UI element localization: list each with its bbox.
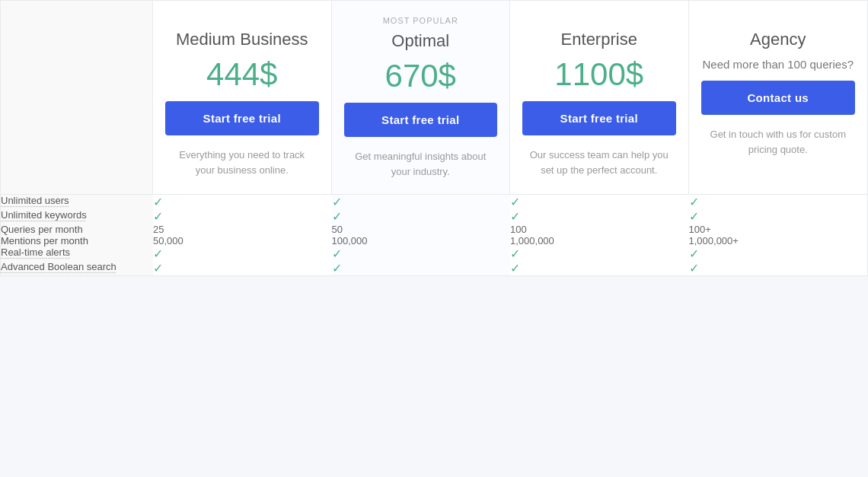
feature-value-0-0: ✓ — [153, 195, 332, 209]
plan-price-enterprise: 1100$ — [522, 59, 676, 91]
check-icon: ✓ — [510, 262, 520, 275]
plan-name-optimal: Optimal — [344, 31, 498, 51]
cta-button-enterprise[interactable]: Start free trial — [522, 101, 676, 135]
plan-price-agency: Need more than 100 queries? — [701, 59, 856, 70]
check-icon: ✓ — [153, 247, 163, 260]
check-icon: ✓ — [153, 196, 163, 208]
check-icon: ✓ — [510, 210, 520, 223]
feature-value-4-2: ✓ — [510, 246, 689, 261]
cta-button-medium-business[interactable]: Start free trial — [165, 101, 319, 135]
feature-value-1-2: ✓ — [510, 209, 689, 224]
plan-name-medium-business: Medium Business — [165, 30, 319, 49]
check-icon: ✓ — [510, 196, 520, 208]
plan-header-optimal: MOST POPULAROptimal670$Start free trialG… — [332, 1, 511, 195]
plan-desc-enterprise: Our success team can help you set up the… — [522, 148, 676, 177]
feature-value-5-3: ✓ — [689, 261, 868, 275]
feature-label-1: Unlimited keywords — [1, 209, 153, 224]
check-icon: ✓ — [153, 262, 163, 275]
cta-button-optimal[interactable]: Start free trial — [344, 103, 498, 137]
feature-value-2-3: 100+ — [689, 224, 868, 235]
most-popular-label: MOST POPULAR — [344, 16, 498, 25]
check-icon: ✓ — [689, 210, 699, 223]
feature-label-0: Unlimited users — [1, 195, 153, 209]
feature-value-4-3: ✓ — [689, 246, 868, 261]
plan-desc-agency: Get in touch with us for custom pricing … — [701, 127, 856, 157]
feature-label-3: Mentions per month — [1, 235, 153, 246]
feature-value-1-3: ✓ — [689, 209, 868, 224]
feature-value-5-1: ✓ — [332, 261, 511, 275]
check-icon: ✓ — [689, 247, 699, 260]
check-icon: ✓ — [332, 247, 342, 260]
feature-value-3-0: 50,000 — [153, 235, 332, 246]
feature-value-2-1: 50 — [332, 224, 511, 235]
check-icon: ✓ — [510, 247, 520, 260]
plan-header-enterprise: Enterprise1100$Start free trialOur succe… — [510, 1, 689, 195]
pricing-table: Medium Business444$Start free trialEvery… — [0, 0, 868, 276]
feature-value-1-0: ✓ — [153, 209, 332, 224]
header-empty — [1, 1, 153, 195]
plan-header-medium-business: Medium Business444$Start free trialEvery… — [153, 1, 332, 195]
feature-value-5-0: ✓ — [153, 261, 332, 275]
check-icon: ✓ — [153, 210, 163, 223]
feature-value-3-2: 1,000,000 — [510, 235, 689, 246]
feature-value-4-1: ✓ — [332, 246, 511, 261]
feature-value-2-0: 25 — [153, 224, 332, 235]
feature-value-2-2: 100 — [510, 224, 689, 235]
plan-name-agency: Agency — [701, 30, 856, 49]
feature-value-5-2: ✓ — [510, 261, 689, 275]
plan-header-agency: AgencyNeed more than 100 queries?Contact… — [689, 1, 868, 195]
plan-name-enterprise: Enterprise — [522, 30, 676, 49]
cta-button-agency[interactable]: Contact us — [701, 81, 856, 115]
feature-value-3-1: 100,000 — [332, 235, 511, 246]
feature-label-2: Queries per month — [1, 224, 153, 235]
check-icon: ✓ — [332, 262, 342, 275]
feature-value-0-1: ✓ — [332, 195, 511, 209]
plan-price-medium-business: 444$ — [165, 59, 319, 91]
feature-value-1-1: ✓ — [332, 209, 511, 224]
feature-value-0-3: ✓ — [689, 195, 868, 209]
check-icon: ✓ — [332, 210, 342, 223]
feature-value-0-2: ✓ — [510, 195, 689, 209]
feature-label-4: Real-time alerts — [1, 246, 153, 261]
plan-price-optimal: 670$ — [344, 60, 498, 92]
check-icon: ✓ — [689, 262, 699, 275]
check-icon: ✓ — [689, 196, 699, 208]
feature-value-4-0: ✓ — [153, 246, 332, 261]
feature-value-3-3: 1,000,000+ — [689, 235, 868, 246]
feature-label-5: Advanced Boolean search — [1, 261, 153, 275]
plan-desc-medium-business: Everything you need to track your busine… — [165, 148, 319, 177]
plan-desc-optimal: Get meaningful insights about your indus… — [344, 149, 498, 179]
check-icon: ✓ — [332, 196, 342, 208]
